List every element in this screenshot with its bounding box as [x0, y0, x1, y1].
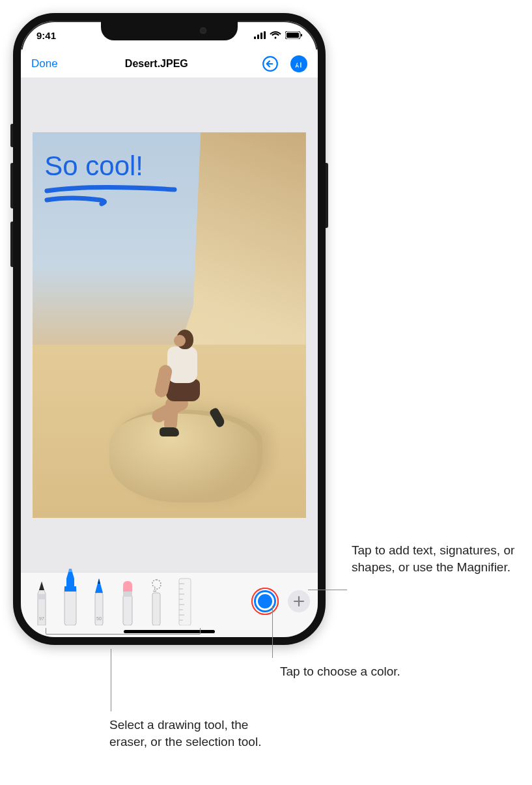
cellular-icon	[254, 31, 266, 39]
svg-rect-5	[287, 33, 299, 38]
plus-icon	[293, 595, 305, 607]
svg-rect-0	[254, 36, 256, 39]
callout-color: Tap to choose a color.	[280, 663, 400, 680]
svg-rect-15	[123, 592, 132, 597]
svg-rect-6	[301, 34, 302, 36]
svg-rect-1	[257, 35, 259, 39]
callout-tools: Select a drawing tool, the eraser, or th…	[109, 717, 285, 750]
person-illustration	[158, 330, 210, 440]
phone-frame: 9:41 Done Desert.JPEG	[13, 13, 326, 645]
canvas-area[interactable]: So cool!	[21, 78, 318, 572]
callout-add: Tap to add text, signatures, or shapes, …	[352, 542, 527, 575]
callout-add-line	[308, 590, 347, 590]
svg-rect-17	[179, 578, 191, 625]
marker-tool[interactable]	[57, 568, 83, 625]
annotation-text[interactable]: So cool!	[44, 150, 143, 182]
done-button[interactable]: Done	[31, 57, 58, 70]
ruler-tool[interactable]	[172, 575, 198, 625]
battery-icon	[285, 31, 302, 39]
add-button[interactable]	[288, 590, 310, 612]
callout-tools-line	[111, 649, 111, 711]
svg-rect-11	[64, 586, 76, 592]
notch	[101, 21, 238, 40]
undo-icon[interactable]	[262, 55, 279, 72]
pencil-tool[interactable]: 50	[86, 575, 112, 625]
lasso-tool[interactable]	[143, 575, 169, 625]
svg-rect-16	[152, 593, 160, 625]
svg-rect-13	[123, 594, 132, 625]
svg-rect-10	[64, 586, 76, 625]
wifi-icon	[270, 31, 281, 39]
photo-content: So cool!	[33, 132, 306, 517]
nav-bar: Done Desert.JPEG	[21, 50, 318, 78]
markup-icon[interactable]	[290, 55, 307, 72]
status-time: 9:41	[36, 30, 56, 41]
callout-color-line	[272, 606, 273, 658]
document-title: Desert.JPEG	[58, 58, 262, 70]
pencil-size-label: 50	[96, 616, 102, 621]
pen-tool[interactable]: 97	[29, 575, 55, 625]
svg-rect-3	[264, 31, 266, 39]
svg-rect-9	[38, 594, 46, 599]
svg-point-8	[290, 55, 307, 72]
annotation-stroke[interactable]	[44, 184, 188, 210]
markup-toolbar: 97 50	[21, 572, 318, 637]
tools-bracket	[46, 628, 201, 635]
eraser-tool[interactable]	[115, 575, 141, 625]
pen-size-label: 97	[39, 616, 44, 621]
svg-rect-2	[260, 33, 262, 39]
